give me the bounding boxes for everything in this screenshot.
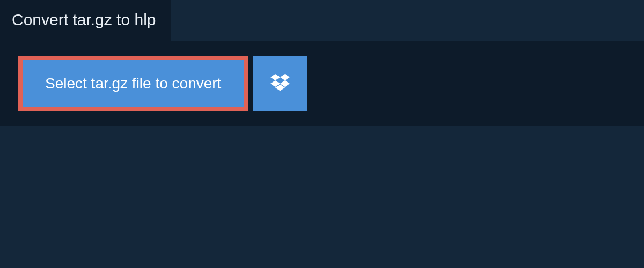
select-file-label: Select tar.gz file to convert: [45, 75, 221, 92]
select-file-button[interactable]: Select tar.gz file to convert: [18, 56, 248, 111]
dropbox-button[interactable]: [253, 56, 307, 111]
dropbox-icon: [270, 74, 290, 93]
header-tab: Convert tar.gz to hlp: [0, 0, 171, 41]
page-title: Convert tar.gz to hlp: [12, 11, 156, 29]
file-select-panel: Select tar.gz file to convert: [0, 41, 644, 126]
button-row: Select tar.gz file to convert: [18, 56, 626, 111]
